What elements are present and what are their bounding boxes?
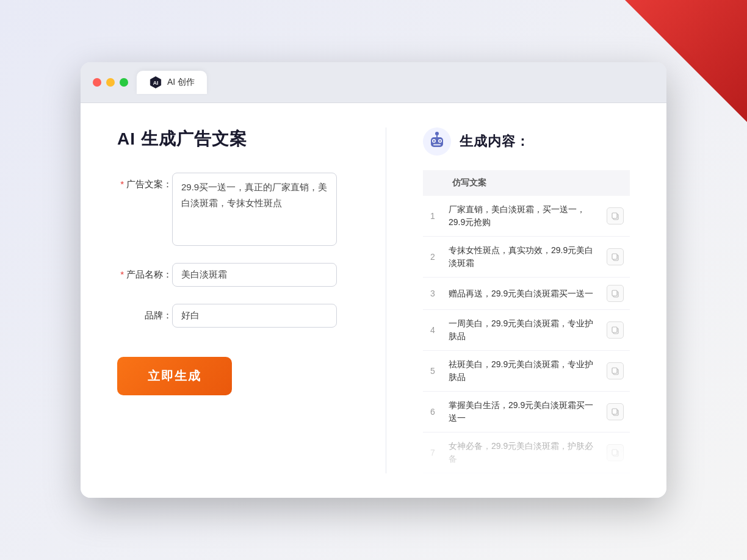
ad-copy-input[interactable] (172, 173, 337, 246)
copy-button[interactable] (607, 248, 624, 265)
ad-copy-group: *广告文案： (117, 173, 337, 246)
svg-rect-22 (612, 409, 617, 414)
title-bar: AI AI 创作 (81, 62, 666, 103)
tab-label: AI 创作 (167, 77, 195, 88)
copy-button[interactable] (607, 207, 624, 224)
brand-input[interactable] (172, 304, 337, 328)
panel-divider (386, 127, 386, 473)
table-header-copy: 仿写文案 (442, 170, 601, 196)
copy-button[interactable] (607, 285, 624, 302)
row-number: 6 (423, 392, 442, 433)
close-button[interactable] (93, 78, 101, 87)
svg-point-8 (433, 140, 435, 142)
row-content: 祛斑美白，29.9元美白淡斑霜，专业护肤品 (442, 351, 601, 392)
minimize-button[interactable] (106, 78, 115, 87)
copy-button[interactable] (607, 403, 624, 420)
browser-window: AI AI 创作 AI 生成广告文案 *广告文案： *产品名称： (81, 62, 666, 498)
generate-button[interactable]: 立即生成 (117, 357, 232, 395)
ad-copy-label: *广告文案： (117, 173, 172, 190)
svg-point-4 (435, 132, 439, 135)
svg-rect-24 (612, 450, 617, 455)
row-content: 女神必备，29.9元美白淡斑霜，护肤必备 (442, 433, 601, 473)
row-content: 专抹女性斑点，真实功效，29.9元美白淡斑霜 (442, 237, 601, 278)
brand-label: 品牌： (117, 304, 172, 321)
main-content: AI 生成广告文案 *广告文案： *产品名称： 品牌： 立即生成 (81, 103, 666, 498)
table-row: 5 祛斑美白，29.9元美白淡斑霜，专业护肤品 (423, 351, 630, 392)
tab-ai-creation[interactable]: AI AI 创作 (137, 71, 207, 94)
row-number: 2 (423, 237, 442, 278)
copy-icon (611, 367, 619, 375)
svg-rect-14 (612, 254, 617, 259)
table-row: 7 女神必备，29.9元美白淡斑霜，护肤必备 (423, 433, 630, 473)
svg-rect-18 (612, 327, 617, 332)
traffic-lights (93, 78, 128, 87)
svg-rect-10 (433, 144, 441, 146)
row-number: 1 (423, 196, 442, 237)
table-row: 6 掌握美白生活，29.9元美白淡斑霜买一送一 (423, 392, 630, 433)
svg-rect-20 (612, 368, 617, 373)
result-header: 生成内容： (423, 127, 630, 156)
copy-button[interactable] (607, 444, 624, 461)
copy-icon (611, 212, 619, 220)
row-content: 掌握美白生活，29.9元美白淡斑霜买一送一 (442, 392, 601, 433)
row-content: 厂家直销，美白淡斑霜，买一送一，29.9元抢购 (442, 196, 601, 237)
copy-icon (611, 448, 619, 457)
row-number: 4 (423, 310, 442, 351)
required-star-ad: * (120, 179, 124, 189)
row-number: 5 (423, 351, 442, 392)
right-panel: 生成内容： 仿写文案 1 厂家直销，美白淡斑霜，买一送一，29.9元抢购 (399, 127, 630, 473)
left-panel: AI 生成广告文案 *广告文案： *产品名称： 品牌： 立即生成 (117, 127, 374, 473)
table-row: 1 厂家直销，美白淡斑霜，买一送一，29.9元抢购 (423, 196, 630, 237)
page-title: AI 生成广告文案 (117, 127, 337, 151)
row-content: 一周美白，29.9元美白淡斑霜，专业护肤品 (442, 310, 601, 351)
row-number: 7 (423, 433, 442, 473)
ai-tab-icon: AI (149, 76, 162, 89)
row-number: 3 (423, 278, 442, 310)
copy-icon (611, 289, 619, 298)
maximize-button[interactable] (120, 78, 128, 87)
copy-button[interactable] (607, 321, 624, 339)
table-row: 4 一周美白，29.9元美白淡斑霜，专业护肤品 (423, 310, 630, 351)
svg-rect-16 (612, 290, 617, 296)
table-row: 2 专抹女性斑点，真实功效，29.9元美白淡斑霜 (423, 237, 630, 278)
svg-point-9 (439, 140, 441, 142)
required-star-product: * (120, 269, 124, 279)
copy-icon (611, 253, 619, 261)
product-name-input[interactable] (172, 263, 337, 287)
result-table: 仿写文案 1 厂家直销，美白淡斑霜，买一送一，29.9元抢购 2 (423, 170, 630, 473)
product-name-label: *产品名称： (117, 263, 172, 281)
copy-icon (611, 326, 619, 334)
table-row: 3 赠品再送，29.9元美白淡斑霜买一送一 (423, 278, 630, 310)
copy-button[interactable] (607, 362, 624, 379)
svg-rect-12 (612, 213, 617, 218)
brand-group: 品牌： (117, 304, 337, 328)
result-table-container: 仿写文案 1 厂家直销，美白淡斑霜，买一送一，29.9元抢购 2 (423, 170, 630, 473)
copy-icon (611, 407, 619, 416)
robot-icon (423, 127, 451, 156)
product-name-group: *产品名称： (117, 263, 337, 287)
row-content: 赠品再送，29.9元美白淡斑霜买一送一 (442, 278, 601, 310)
result-title: 生成内容： (460, 132, 530, 151)
svg-text:AI: AI (153, 80, 159, 86)
